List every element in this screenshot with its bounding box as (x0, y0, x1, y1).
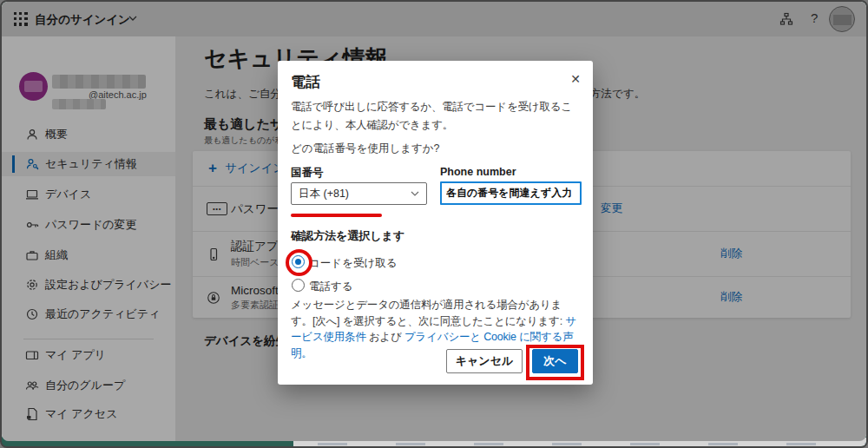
phone-number-input[interactable] (440, 181, 582, 205)
radio-call-me-label[interactable]: 電話する (309, 280, 353, 294)
security-info-page: 自分のサインイン ? @aitech.ac.jp 概要 (2, 2, 866, 441)
chevron-down-icon (411, 191, 419, 196)
browser-window: 自分のサインイン ? @aitech.ac.jp 概要 (0, 0, 868, 448)
radio-receive-code[interactable] (292, 255, 305, 268)
next-button[interactable]: 次へ (532, 349, 578, 373)
dialog-question: どの電話番号を使用しますか? (291, 142, 440, 156)
close-icon[interactable]: ✕ (570, 73, 581, 85)
phone-number-label: Phone number (440, 166, 516, 178)
radio-receive-code-label[interactable]: コードを受け取る (309, 256, 397, 271)
dialog-title: 電話 (291, 72, 320, 92)
method-select-label: 確認方法を選択します (291, 228, 404, 244)
country-code-select[interactable]: 日本 (+81) (291, 182, 427, 205)
phone-dialog: 電話 ✕ 電話で呼び出しに応答するか、電話でコードを受け取ることにより、本人確認… (278, 61, 593, 385)
cancel-button[interactable]: キャンセル (446, 349, 523, 373)
dialog-description: 電話で呼び出しに応答するか、電話でコードを受け取ることにより、本人確認ができます… (291, 98, 580, 135)
country-code-label: 国番号 (291, 166, 324, 181)
radio-call-me[interactable] (292, 279, 305, 292)
